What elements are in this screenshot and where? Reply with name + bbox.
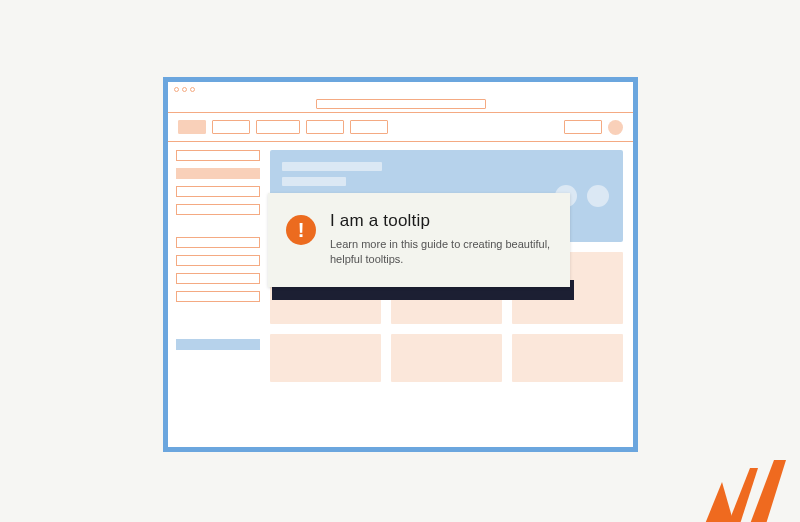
- window-titlebar: [168, 82, 633, 96]
- window-control-dot: [182, 87, 187, 92]
- sidebar-item: [176, 237, 260, 248]
- tooltip: ! I am a tooltip Learn more in this guid…: [268, 193, 570, 287]
- toolbar-chip: [306, 120, 344, 134]
- window-control-dot: [190, 87, 195, 92]
- sidebar-item-active: [176, 339, 260, 350]
- card-placeholder: [512, 334, 623, 382]
- sidebar-item: [176, 168, 260, 179]
- window-control-dot: [174, 87, 179, 92]
- tooltip-title: I am a tooltip: [330, 211, 552, 231]
- alert-icon: !: [286, 215, 316, 245]
- sidebar-item: [176, 255, 260, 266]
- avatar-placeholder: [608, 120, 623, 135]
- url-bar: [316, 99, 486, 109]
- toolbar: [168, 113, 633, 141]
- url-bar-row: [168, 96, 633, 112]
- card-row: [270, 334, 623, 382]
- tooltip-description: Learn more in this guide to creating bea…: [330, 237, 552, 267]
- hero-line: [282, 177, 346, 186]
- toolbar-chip: [350, 120, 388, 134]
- toolbar-chip: [212, 120, 250, 134]
- card-placeholder: [391, 334, 502, 382]
- toolbar-chip: [178, 120, 206, 134]
- brand-logo: [700, 458, 790, 522]
- hero-circle: [587, 185, 609, 207]
- sidebar-item: [176, 273, 260, 284]
- tooltip-text: I am a tooltip Learn more in this guide …: [330, 211, 552, 267]
- toolbar-chip: [256, 120, 300, 134]
- alert-icon-glyph: !: [298, 219, 305, 242]
- toolbar-chip: [564, 120, 602, 134]
- sidebar-item: [176, 204, 260, 215]
- sidebar-item: [176, 150, 260, 161]
- sidebar-item: [176, 186, 260, 197]
- sidebar: [168, 142, 268, 447]
- sidebar-item: [176, 291, 260, 302]
- hero-line: [282, 162, 382, 171]
- card-placeholder: [270, 334, 381, 382]
